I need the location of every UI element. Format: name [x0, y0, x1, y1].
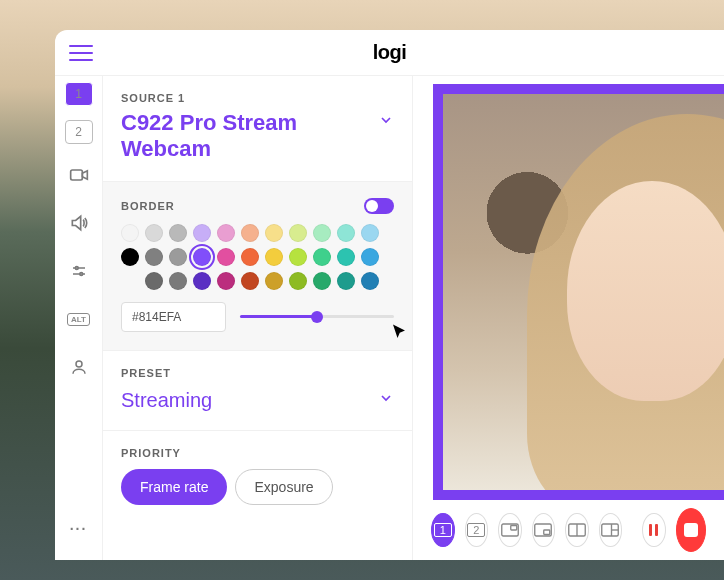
color-swatch[interactable]	[121, 224, 139, 242]
user-icon[interactable]	[62, 350, 96, 384]
record-button[interactable]	[676, 508, 706, 552]
color-swatch[interactable]	[121, 248, 139, 266]
color-swatch[interactable]	[145, 272, 163, 290]
border-label: BORDER	[121, 200, 175, 212]
color-swatch[interactable]	[313, 272, 331, 290]
priority-block: PRIORITY Frame rateExposure	[103, 431, 412, 523]
color-swatch[interactable]	[361, 224, 379, 242]
pause-button[interactable]	[642, 513, 666, 547]
svg-rect-5	[511, 526, 517, 531]
more-icon[interactable]: ···	[62, 512, 96, 546]
color-swatch[interactable]	[241, 248, 259, 266]
layout-button-layout-split-v[interactable]	[565, 513, 589, 547]
color-swatch[interactable]	[337, 272, 355, 290]
priority-label: PRIORITY	[121, 447, 394, 459]
hex-input[interactable]	[121, 302, 226, 332]
chevron-down-icon[interactable]	[378, 112, 394, 132]
border-block: BORDER	[103, 182, 412, 351]
color-swatch[interactable]	[145, 224, 163, 242]
webcam-preview[interactable]	[433, 84, 724, 500]
color-swatch[interactable]	[193, 248, 211, 266]
color-swatch[interactable]	[289, 272, 307, 290]
color-swatch[interactable]	[313, 248, 331, 266]
color-swatch[interactable]	[265, 272, 283, 290]
color-swatch[interactable]	[337, 224, 355, 242]
camera-icon[interactable]	[62, 158, 96, 192]
svg-point-3	[76, 361, 82, 367]
main-area: 1 2 ALT ··· SOURCE 1	[55, 76, 724, 560]
layout-button-layout-pip-br[interactable]	[532, 513, 556, 547]
layout-button-layout-pip-tr[interactable]	[498, 513, 522, 547]
app-window: logi 1 2 ALT ···	[55, 30, 724, 560]
color-swatch[interactable]	[217, 248, 235, 266]
settings-panel: SOURCE 1 C922 Pro Stream Webcam BORDER	[103, 76, 413, 560]
color-swatch[interactable]	[289, 224, 307, 242]
preview-area: 12	[413, 76, 724, 560]
color-swatch[interactable]	[337, 248, 355, 266]
sidebar: 1 2 ALT ···	[55, 76, 103, 560]
source-label: SOURCE 1	[121, 92, 378, 104]
priority-framerate-button[interactable]: Frame rate	[121, 469, 227, 505]
sidebar-source-2[interactable]: 2	[65, 120, 93, 144]
border-thickness-slider[interactable]	[240, 309, 394, 325]
color-swatch[interactable]	[313, 224, 331, 242]
color-swatch[interactable]	[169, 224, 187, 242]
color-swatch[interactable]	[169, 248, 187, 266]
svg-rect-0	[70, 170, 82, 180]
layout-toolbar: 12	[413, 500, 724, 560]
color-swatch[interactable]	[193, 224, 211, 242]
color-swatch[interactable]	[217, 224, 235, 242]
color-swatches	[121, 224, 394, 290]
settings-sliders-icon[interactable]	[62, 254, 96, 288]
color-swatch[interactable]	[145, 248, 163, 266]
color-swatch[interactable]	[193, 272, 211, 290]
audio-icon[interactable]	[62, 206, 96, 240]
priority-exposure-button[interactable]: Exposure	[235, 469, 332, 505]
svg-rect-7	[544, 530, 550, 535]
topbar: logi	[55, 30, 724, 76]
sidebar-source-1[interactable]: 1	[65, 82, 93, 106]
alt-icon[interactable]: ALT	[62, 302, 96, 336]
color-swatch[interactable]	[241, 272, 259, 290]
color-swatch[interactable]	[169, 272, 187, 290]
color-swatch[interactable]	[265, 224, 283, 242]
layout-button-layout-split-3[interactable]	[599, 513, 623, 547]
layout-button-layout-1[interactable]: 1	[431, 513, 455, 547]
chevron-down-icon[interactable]	[378, 390, 394, 410]
preset-dropdown[interactable]: Streaming	[121, 389, 212, 412]
color-swatch[interactable]	[289, 248, 307, 266]
border-toggle[interactable]	[364, 198, 394, 214]
layout-button-layout-2[interactable]: 2	[465, 513, 489, 547]
brand-logo: logi	[93, 41, 686, 64]
source-dropdown[interactable]: C922 Pro Stream Webcam	[121, 110, 378, 163]
preset-block: PRESET Streaming	[103, 351, 412, 431]
color-swatch[interactable]	[361, 272, 379, 290]
color-swatch[interactable]	[265, 248, 283, 266]
preview-container	[413, 76, 724, 500]
preset-label: PRESET	[121, 367, 394, 379]
color-swatch[interactable]	[217, 272, 235, 290]
color-swatch[interactable]	[241, 224, 259, 242]
source-block: SOURCE 1 C922 Pro Stream Webcam	[103, 76, 412, 182]
menu-icon[interactable]	[69, 41, 93, 65]
color-swatch[interactable]	[361, 248, 379, 266]
